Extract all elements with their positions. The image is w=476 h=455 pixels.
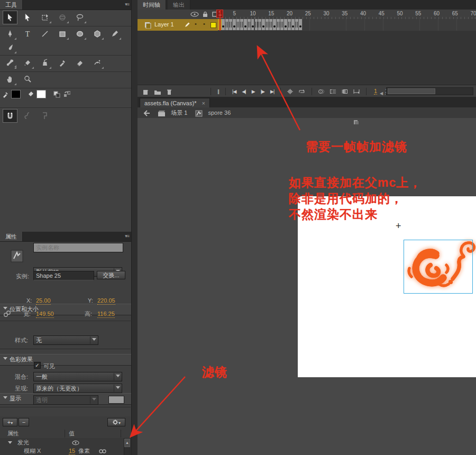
- filter-options-button[interactable]: ▾: [107, 418, 125, 426]
- bone-tool[interactable]: [3, 57, 17, 69]
- filter-list-scrollbar[interactable]: ▲: [124, 438, 131, 455]
- ruler-frame-number[interactable]: 55: [413, 11, 424, 16]
- subselection-tool[interactable]: [21, 11, 34, 24]
- keyframe-cell[interactable]: [284, 19, 288, 30]
- keyframe-cell[interactable]: [222, 19, 225, 30]
- rectangle-tool[interactable]: [56, 28, 69, 40]
- layer-outline-color-swatch[interactable]: [210, 22, 216, 28]
- canvas-pasteboard[interactable]: +: [138, 118, 476, 455]
- y-value[interactable]: 220.05: [97, 297, 115, 305]
- selection-tool[interactable]: [3, 11, 17, 24]
- eraser-tool[interactable]: [73, 57, 87, 69]
- new-layer-icon[interactable]: [142, 88, 149, 95]
- scene-breadcrumb[interactable]: 场景 1: [171, 110, 187, 116]
- render-dropdown[interactable]: 原来的（无更改）: [33, 384, 122, 393]
- show-hide-layers-eye-icon[interactable]: [190, 12, 199, 17]
- ruler-frame-number[interactable]: 30: [321, 11, 332, 16]
- frames-area[interactable]: [218, 19, 476, 31]
- blur-link-icon[interactable]: [98, 449, 107, 454]
- lasso-tool[interactable]: [73, 11, 87, 24]
- modify-markers-icon[interactable]: [353, 88, 360, 95]
- frame-cell[interactable]: [229, 19, 233, 30]
- playhead[interactable]: [219, 10, 221, 31]
- x-value[interactable]: 25.00: [36, 297, 51, 305]
- ruler-frame-number[interactable]: 70: [468, 11, 476, 16]
- paint-bucket-tool[interactable]: [21, 57, 34, 69]
- frame-cell[interactable]: [248, 19, 251, 30]
- properties-panel-menu-icon[interactable]: ▾≡: [125, 233, 129, 239]
- step-back-button[interactable]: ◀|: [242, 86, 245, 97]
- layer-name[interactable]: Layer 1: [154, 21, 174, 28]
- go-to-last-frame-button[interactable]: ▶|: [270, 86, 274, 97]
- layer-row[interactable]: Layer 1 • •: [138, 19, 476, 31]
- zoom-tool[interactable]: [21, 73, 34, 86]
- edit-multiple-frames-icon[interactable]: [341, 88, 348, 95]
- remove-filter-button[interactable]: −: [19, 418, 29, 426]
- onion-skin-icon[interactable]: [318, 88, 325, 95]
- width-tool[interactable]: [90, 57, 104, 69]
- height-value[interactable]: 116.25: [97, 310, 115, 318]
- polystar-tool[interactable]: [90, 28, 104, 40]
- ruler-frame-number[interactable]: 5: [229, 11, 240, 16]
- rotation-3d-tool[interactable]: [56, 11, 69, 24]
- ruler-frame-number[interactable]: 35: [340, 11, 350, 16]
- filter-glow-row[interactable]: 发光: [17, 438, 29, 447]
- eyedropper-tool[interactable]: [56, 57, 69, 69]
- close-document-icon[interactable]: ×: [202, 100, 205, 106]
- hand-tool[interactable]: [3, 73, 17, 86]
- instance-swap-field[interactable]: Shape 25: [33, 271, 94, 280]
- swap-button[interactable]: 交换...: [97, 271, 125, 279]
- instance-name-input[interactable]: [33, 243, 123, 252]
- filter-visibility-eye-icon[interactable]: [72, 440, 79, 445]
- keyframe-cell[interactable]: [262, 19, 266, 30]
- style-dropdown[interactable]: 无: [33, 335, 98, 345]
- delete-layer-trash-icon[interactable]: [166, 88, 172, 95]
- lock-layers-icon[interactable]: [202, 11, 208, 17]
- text-tool[interactable]: T: [21, 28, 34, 40]
- frame-cell[interactable]: [240, 19, 244, 30]
- symbol-breadcrumb[interactable]: spore 36: [208, 110, 231, 116]
- frame-cell[interactable]: [280, 19, 284, 30]
- scroll-up-icon[interactable]: ▲: [124, 439, 130, 447]
- tools-panel-menu-icon[interactable]: ▾≡: [125, 2, 129, 7]
- ruler-frame-number[interactable]: 20: [285, 11, 295, 16]
- ruler-frame-number[interactable]: 45: [376, 11, 387, 16]
- center-frame-icon[interactable]: [287, 88, 294, 95]
- keyframe-cell[interactable]: [291, 19, 295, 30]
- keyframe-cell[interactable]: [299, 19, 303, 30]
- swap-colors-icon[interactable]: [63, 90, 70, 98]
- play-button[interactable]: ▶: [252, 86, 255, 97]
- step-forward-button[interactable]: |▶: [261, 86, 264, 97]
- filter-expand-icon[interactable]: [8, 441, 12, 444]
- onion-skin-outlines-icon[interactable]: [329, 88, 336, 95]
- pen-tool[interactable]: [3, 28, 17, 40]
- frame-cell[interactable]: [255, 19, 259, 30]
- ruler-frame-number[interactable]: 25: [303, 11, 313, 16]
- timeline-scrollbar[interactable]: [386, 87, 473, 95]
- snap-to-objects-toggle[interactable]: [3, 109, 17, 123]
- back-arrow-icon[interactable]: [143, 110, 150, 116]
- stroke-color-swatch[interactable]: [11, 90, 21, 98]
- loop-playback-icon[interactable]: [298, 88, 305, 95]
- go-to-first-frame-button[interactable]: |◀: [232, 86, 236, 97]
- pause-button[interactable]: ||: [217, 86, 219, 97]
- fill-color-swatch[interactable]: [36, 90, 46, 98]
- ruler-frame-number[interactable]: 65: [450, 11, 460, 16]
- keyframe-cell[interactable]: [233, 19, 236, 30]
- layer-visible-dot[interactable]: •: [195, 21, 197, 27]
- add-filter-button[interactable]: +▾: [3, 418, 17, 426]
- frame-cell[interactable]: [266, 19, 269, 30]
- frame-cell[interactable]: [258, 19, 262, 30]
- frame-cell[interactable]: [269, 19, 273, 30]
- line-tool[interactable]: [38, 28, 52, 40]
- keyframe-cell[interactable]: [251, 19, 255, 30]
- timeline-scrollbar-thumb[interactable]: [388, 88, 435, 94]
- ruler-frame-number[interactable]: 40: [358, 11, 369, 16]
- ruler-frame-number[interactable]: 50: [395, 11, 405, 16]
- tab-output[interactable]: 输出: [168, 0, 190, 10]
- straighten-option[interactable]: [38, 110, 52, 122]
- smooth-option[interactable]: [21, 110, 34, 122]
- ruler-frame-number[interactable]: 15: [266, 11, 277, 16]
- blend-dropdown[interactable]: 一般: [33, 372, 122, 381]
- frame-cell[interactable]: [236, 19, 240, 30]
